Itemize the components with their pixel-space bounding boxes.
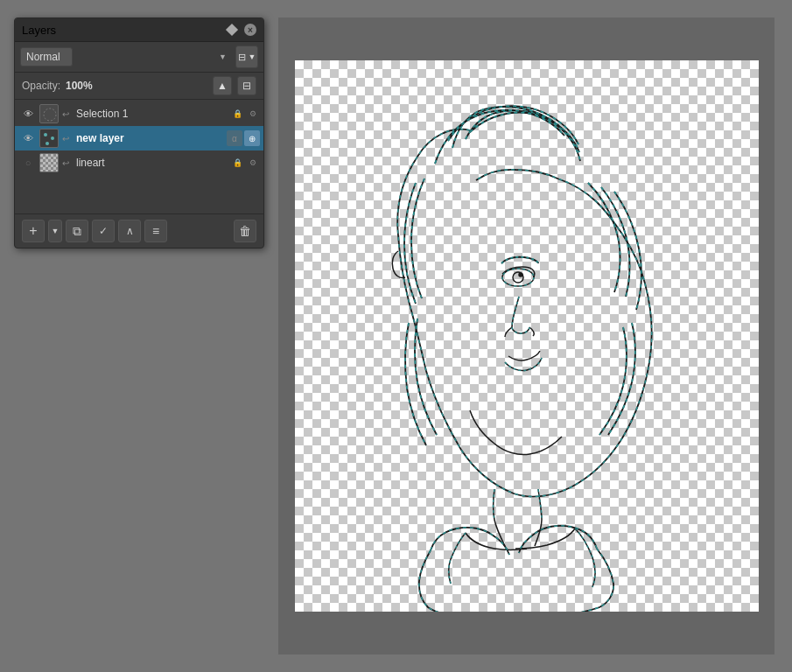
eye-icon-active: 👁 — [24, 133, 33, 144]
drawing-canvas — [295, 60, 759, 612]
delete-layer-button[interactable]: 🗑 — [234, 220, 256, 242]
move-down-button[interactable]: ✓ — [92, 220, 115, 242]
layer-lock2-icon: 🔒 — [230, 156, 244, 170]
layer-item-new-layer[interactable]: 👁 ↩ new layer α ⊕ — [15, 126, 263, 150]
opacity-label: Opacity: — [22, 80, 60, 92]
layer-alpha-lock-btn[interactable]: α — [227, 130, 242, 146]
layer-thumbnail-selection1 — [39, 104, 59, 123]
layer-thumbnail-new-layer — [39, 129, 59, 148]
layer-name-lineart: lineart — [73, 157, 228, 169]
layer-inherit-btn[interactable]: ⊕ — [244, 130, 260, 146]
layers-title-bar: Layers × — [15, 18, 263, 42]
layer-name-new-layer: new layer — [73, 132, 225, 144]
layer-lock-icon: 🔒 — [230, 107, 244, 121]
layers-title: Layers — [22, 24, 56, 37]
svg-point-0 — [44, 108, 56, 121]
filter-arrow: ▼ — [249, 52, 256, 61]
layer-actions-selection1: 🔒 ⚙ — [230, 107, 260, 121]
canvas-svg — [295, 60, 759, 612]
svg-point-6 — [519, 273, 522, 276]
opacity-up-button[interactable]: ▲ — [213, 76, 232, 95]
layer-visibility-lineart[interactable]: ○ — [18, 153, 38, 172]
layer-alpha-lineart: ↩ — [60, 155, 71, 171]
layer-actions-lineart: 🔒 ⚙ — [230, 156, 260, 170]
opacity-row: Opacity: 100% ▲ ⊟ — [15, 73, 263, 100]
layer-settings2-icon[interactable]: ⚙ — [246, 156, 260, 170]
layers-toolbar: + ▼ ⧉ ✓ ∧ ≡ 🗑 — [15, 214, 263, 248]
layer-alpha-selection1: ↩ — [60, 106, 71, 122]
svg-point-2 — [51, 136, 54, 140]
canvas-area — [278, 18, 774, 654]
filter-icon: ⊟ — [238, 52, 246, 63]
layer-actions-new-layer: α ⊕ — [227, 130, 260, 146]
layers-panel: Layers × NormalDissolveMultiplyScreenOve… — [14, 18, 264, 248]
layer-alpha-new-layer: ↩ — [60, 130, 71, 146]
filter-button[interactable]: ⊟ ▼ — [235, 46, 258, 68]
title-icons: × — [225, 23, 256, 37]
opacity-settings-button[interactable]: ⊟ — [237, 76, 256, 95]
layer-list: 👁 ↩ Selection 1 🔒 ⚙ 👁 — [15, 100, 263, 214]
diamond-icon[interactable] — [225, 23, 239, 37]
layer-properties-button[interactable]: ≡ — [144, 220, 167, 242]
blend-mode-wrapper: NormalDissolveMultiplyScreenOverlayDarke… — [20, 47, 232, 66]
group-layer-button[interactable]: ⧉ — [66, 220, 88, 242]
canvas-wrapper — [278, 18, 774, 654]
eye-icon: 👁 — [24, 108, 33, 119]
layer-settings-icon[interactable]: ⚙ — [246, 107, 260, 121]
layer-visibility-selection1[interactable]: 👁 — [18, 104, 38, 123]
chain-icon: ↩ — [62, 109, 69, 119]
add-layer-arrow[interactable]: ▼ — [48, 220, 62, 242]
layer-item-selection1[interactable]: 👁 ↩ Selection 1 🔒 ⚙ — [15, 102, 263, 126]
layer-thumbnail-lineart — [39, 153, 59, 172]
layer-visibility-new-layer[interactable]: 👁 — [18, 129, 38, 148]
link-icon: ↩ — [62, 134, 69, 144]
blend-mode-select[interactable]: NormalDissolveMultiplyScreenOverlayDarke… — [20, 47, 73, 66]
opacity-value: 100% — [66, 80, 207, 92]
add-layer-button[interactable]: + — [22, 220, 45, 242]
layer-item-lineart[interactable]: ○ ↩ lineart 🔒 ⚙ — [15, 150, 263, 175]
layer-name-selection1: Selection 1 — [73, 108, 228, 120]
link-icon-lineart: ↩ — [62, 158, 69, 168]
svg-point-1 — [44, 133, 47, 136]
close-button[interactable]: × — [244, 24, 256, 36]
blend-mode-row: NormalDissolveMultiplyScreenOverlayDarke… — [15, 42, 263, 73]
svg-point-3 — [46, 142, 49, 145]
move-up-button[interactable]: ∧ — [118, 220, 141, 242]
